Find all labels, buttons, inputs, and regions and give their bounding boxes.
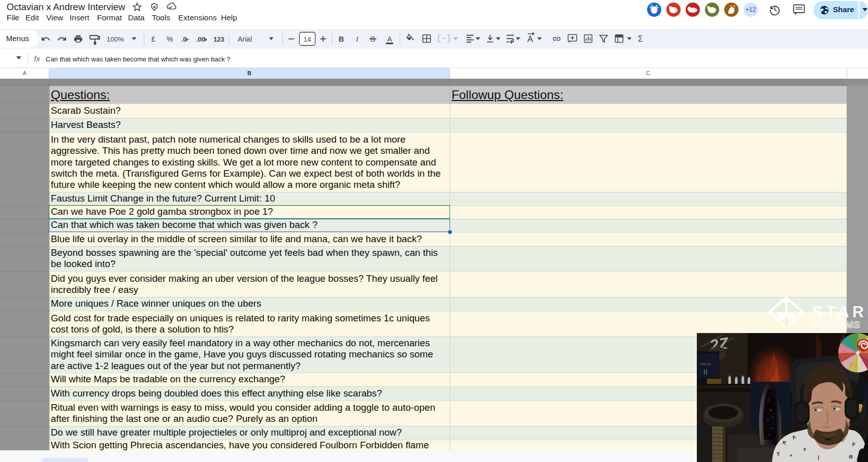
svg-text:I: I <box>356 35 358 43</box>
svg-text:Σ: Σ <box>638 35 643 43</box>
svg-text:14: 14 <box>303 36 311 43</box>
svg-text:100%: 100% <box>107 36 124 43</box>
svg-text:£: £ <box>151 35 155 43</box>
svg-text:%: % <box>167 35 173 43</box>
svg-text:.00: .00 <box>196 36 205 43</box>
svg-text:123: 123 <box>213 36 224 43</box>
svg-text:STARF: STARF <box>812 303 868 321</box>
svg-text:A: A <box>387 35 392 43</box>
svg-text:Arial: Arial <box>238 35 252 43</box>
svg-text:SYSTEMS: SYSTEMS <box>813 319 860 330</box>
svg-text:B: B <box>339 35 344 43</box>
